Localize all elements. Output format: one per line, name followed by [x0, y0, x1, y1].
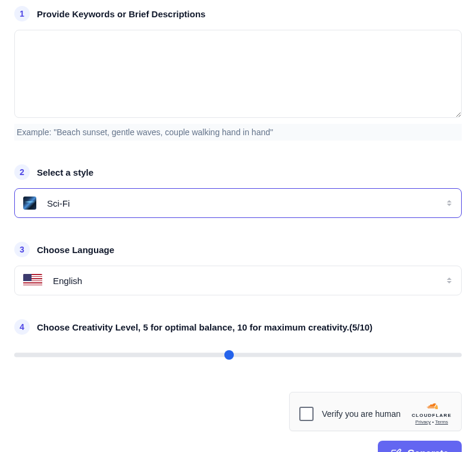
step-4-label: Choose Creativity Level, 5 for optimal b…: [37, 322, 372, 332]
edit-icon: [391, 448, 402, 452]
step-2-header: 2 Select a style: [14, 164, 462, 180]
style-select-value: Sci-Fi: [47, 198, 70, 208]
step-4-header: 4 Choose Creativity Level, 5 for optimal…: [14, 319, 462, 335]
language-select[interactable]: English: [14, 266, 462, 295]
language-select-left: English: [23, 274, 82, 287]
captcha-row: Verify you are human CLOUDFLARE Privacy …: [14, 392, 462, 431]
step-1-number: 1: [14, 6, 30, 21]
slider-track-fill: [14, 353, 229, 357]
privacy-link[interactable]: Privacy: [415, 419, 431, 425]
terms-link[interactable]: Terms: [435, 419, 448, 425]
style-thumbnail-icon: [23, 197, 36, 210]
generate-row: Generate: [14, 441, 462, 452]
flag-us-icon: [23, 274, 42, 287]
chevron-sort-icon: [446, 198, 453, 208]
keywords-textarea[interactable]: [14, 30, 462, 118]
style-select[interactable]: Sci-Fi: [14, 188, 462, 218]
chevron-sort-icon: [446, 276, 453, 285]
step-3-number: 3: [14, 242, 30, 257]
captcha-checkbox[interactable]: [299, 407, 314, 421]
cloudflare-brand: CLOUDFLARE Privacy • Terms: [412, 403, 452, 425]
step-2-number: 2: [14, 164, 30, 180]
step-1-label: Provide Keywords or Brief Descriptions: [37, 9, 205, 19]
style-select-left: Sci-Fi: [23, 197, 70, 210]
step-1-header: 1 Provide Keywords or Brief Descriptions: [14, 6, 462, 21]
keywords-example: Example: "Beach sunset, gentle waves, co…: [14, 124, 462, 141]
language-select-value: English: [53, 276, 82, 286]
step-2-label: Select a style: [37, 167, 93, 177]
cloudflare-links: Privacy • Terms: [415, 419, 448, 425]
keywords-textarea-wrap: [14, 30, 462, 120]
step-4-number: 4: [14, 319, 30, 335]
slider-handle[interactable]: [224, 350, 234, 360]
creativity-slider[interactable]: [14, 350, 462, 360]
step-3-header: 3 Choose Language: [14, 242, 462, 257]
generate-button[interactable]: Generate: [378, 441, 462, 452]
captcha-label: Verify you are human: [322, 409, 403, 419]
cloudflare-logo-icon: [422, 403, 441, 412]
cloudflare-brand-text: CLOUDFLARE: [412, 413, 452, 418]
step-3-label: Choose Language: [37, 245, 114, 255]
captcha-widget: Verify you are human CLOUDFLARE Privacy …: [289, 392, 462, 431]
generate-button-label: Generate: [408, 448, 449, 452]
